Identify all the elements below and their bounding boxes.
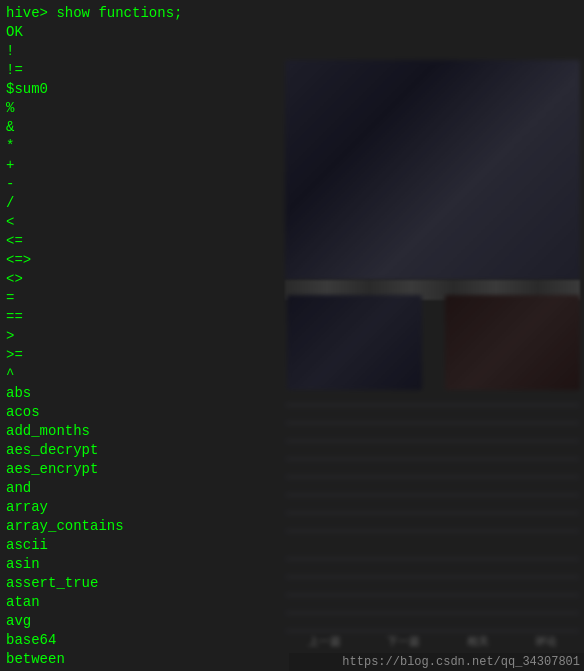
url-text: https://blog.csdn.net/qq_34307801 <box>342 655 580 669</box>
terminal-line: ! <box>6 42 578 61</box>
image-overlay-1 <box>285 60 580 280</box>
terminal-window: hive> show functions; OK!!=$sum0%&*+-/<<… <box>0 0 584 671</box>
pagination-prev: 上一篇 <box>308 634 341 649</box>
pagination-area: 上一篇 下一篇 相关 评论 <box>285 631 580 651</box>
pagination-next: 下一篇 <box>387 634 420 649</box>
pagination-related: 相关 <box>467 634 489 649</box>
image-overlay-2 <box>287 295 422 390</box>
terminal-line: OK <box>6 23 578 42</box>
terminal-prompt: hive> show functions; <box>6 4 578 23</box>
url-bar: https://blog.csdn.net/qq_34307801 <box>289 653 584 671</box>
pagination-comments: 评论 <box>535 634 557 649</box>
image-overlay-3 <box>445 295 580 390</box>
blurred-content-1 <box>285 398 580 548</box>
